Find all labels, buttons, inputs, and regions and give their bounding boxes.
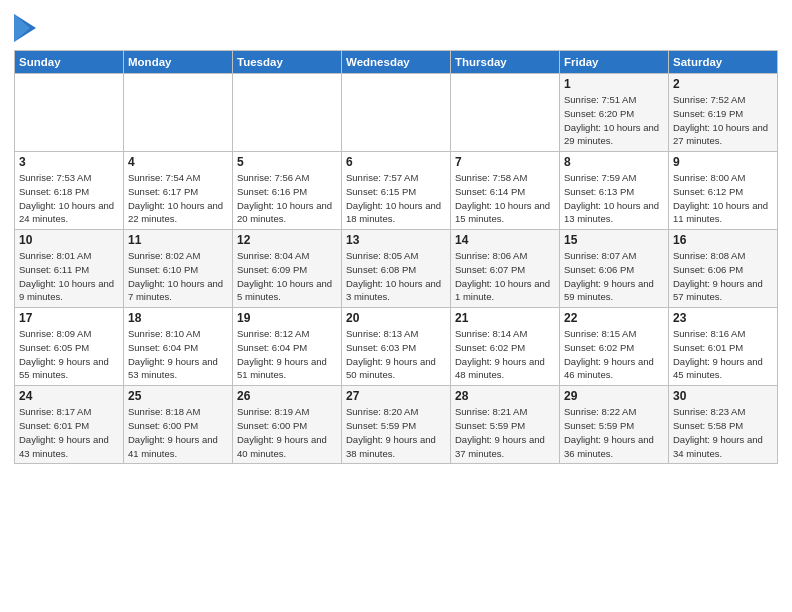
calendar-cell: 1Sunrise: 7:51 AM Sunset: 6:20 PM Daylig… bbox=[560, 74, 669, 152]
day-info: Sunrise: 8:09 AM Sunset: 6:05 PM Dayligh… bbox=[19, 327, 119, 382]
calendar-cell bbox=[451, 74, 560, 152]
day-number: 26 bbox=[237, 389, 337, 403]
day-info: Sunrise: 8:10 AM Sunset: 6:04 PM Dayligh… bbox=[128, 327, 228, 382]
day-info: Sunrise: 7:56 AM Sunset: 6:16 PM Dayligh… bbox=[237, 171, 337, 226]
day-info: Sunrise: 8:07 AM Sunset: 6:06 PM Dayligh… bbox=[564, 249, 664, 304]
calendar-week-4: 24Sunrise: 8:17 AM Sunset: 6:01 PM Dayli… bbox=[15, 386, 778, 464]
calendar-cell: 17Sunrise: 8:09 AM Sunset: 6:05 PM Dayli… bbox=[15, 308, 124, 386]
day-info: Sunrise: 8:19 AM Sunset: 6:00 PM Dayligh… bbox=[237, 405, 337, 460]
calendar-cell: 12Sunrise: 8:04 AM Sunset: 6:09 PM Dayli… bbox=[233, 230, 342, 308]
day-info: Sunrise: 8:06 AM Sunset: 6:07 PM Dayligh… bbox=[455, 249, 555, 304]
calendar-cell: 22Sunrise: 8:15 AM Sunset: 6:02 PM Dayli… bbox=[560, 308, 669, 386]
day-number: 10 bbox=[19, 233, 119, 247]
day-info: Sunrise: 8:05 AM Sunset: 6:08 PM Dayligh… bbox=[346, 249, 446, 304]
calendar-cell: 30Sunrise: 8:23 AM Sunset: 5:58 PM Dayli… bbox=[669, 386, 778, 464]
calendar-cell: 6Sunrise: 7:57 AM Sunset: 6:15 PM Daylig… bbox=[342, 152, 451, 230]
day-number: 11 bbox=[128, 233, 228, 247]
day-number: 28 bbox=[455, 389, 555, 403]
day-number: 5 bbox=[237, 155, 337, 169]
day-info: Sunrise: 8:00 AM Sunset: 6:12 PM Dayligh… bbox=[673, 171, 773, 226]
day-number: 21 bbox=[455, 311, 555, 325]
day-number: 22 bbox=[564, 311, 664, 325]
day-info: Sunrise: 7:53 AM Sunset: 6:18 PM Dayligh… bbox=[19, 171, 119, 226]
day-info: Sunrise: 7:52 AM Sunset: 6:19 PM Dayligh… bbox=[673, 93, 773, 148]
day-number: 25 bbox=[128, 389, 228, 403]
header bbox=[14, 10, 778, 42]
calendar-cell: 28Sunrise: 8:21 AM Sunset: 5:59 PM Dayli… bbox=[451, 386, 560, 464]
day-info: Sunrise: 8:21 AM Sunset: 5:59 PM Dayligh… bbox=[455, 405, 555, 460]
day-info: Sunrise: 8:02 AM Sunset: 6:10 PM Dayligh… bbox=[128, 249, 228, 304]
calendar-cell bbox=[124, 74, 233, 152]
day-info: Sunrise: 8:23 AM Sunset: 5:58 PM Dayligh… bbox=[673, 405, 773, 460]
day-number: 2 bbox=[673, 77, 773, 91]
calendar-cell: 19Sunrise: 8:12 AM Sunset: 6:04 PM Dayli… bbox=[233, 308, 342, 386]
day-number: 18 bbox=[128, 311, 228, 325]
col-header-friday: Friday bbox=[560, 51, 669, 74]
svg-marker-1 bbox=[14, 14, 30, 42]
calendar-week-0: 1Sunrise: 7:51 AM Sunset: 6:20 PM Daylig… bbox=[15, 74, 778, 152]
day-info: Sunrise: 8:18 AM Sunset: 6:00 PM Dayligh… bbox=[128, 405, 228, 460]
calendar-week-1: 3Sunrise: 7:53 AM Sunset: 6:18 PM Daylig… bbox=[15, 152, 778, 230]
logo bbox=[14, 14, 39, 42]
day-info: Sunrise: 8:08 AM Sunset: 6:06 PM Dayligh… bbox=[673, 249, 773, 304]
calendar-week-3: 17Sunrise: 8:09 AM Sunset: 6:05 PM Dayli… bbox=[15, 308, 778, 386]
day-number: 20 bbox=[346, 311, 446, 325]
calendar-cell: 9Sunrise: 8:00 AM Sunset: 6:12 PM Daylig… bbox=[669, 152, 778, 230]
calendar-cell: 27Sunrise: 8:20 AM Sunset: 5:59 PM Dayli… bbox=[342, 386, 451, 464]
col-header-tuesday: Tuesday bbox=[233, 51, 342, 74]
calendar-cell: 2Sunrise: 7:52 AM Sunset: 6:19 PM Daylig… bbox=[669, 74, 778, 152]
calendar-week-2: 10Sunrise: 8:01 AM Sunset: 6:11 PM Dayli… bbox=[15, 230, 778, 308]
calendar-header-row: SundayMondayTuesdayWednesdayThursdayFrid… bbox=[15, 51, 778, 74]
day-info: Sunrise: 8:04 AM Sunset: 6:09 PM Dayligh… bbox=[237, 249, 337, 304]
calendar-cell: 21Sunrise: 8:14 AM Sunset: 6:02 PM Dayli… bbox=[451, 308, 560, 386]
day-number: 15 bbox=[564, 233, 664, 247]
col-header-saturday: Saturday bbox=[669, 51, 778, 74]
day-info: Sunrise: 8:16 AM Sunset: 6:01 PM Dayligh… bbox=[673, 327, 773, 382]
main-container: SundayMondayTuesdayWednesdayThursdayFrid… bbox=[0, 0, 792, 472]
calendar-cell: 11Sunrise: 8:02 AM Sunset: 6:10 PM Dayli… bbox=[124, 230, 233, 308]
calendar-cell bbox=[342, 74, 451, 152]
day-number: 3 bbox=[19, 155, 119, 169]
day-info: Sunrise: 8:17 AM Sunset: 6:01 PM Dayligh… bbox=[19, 405, 119, 460]
calendar-cell: 18Sunrise: 8:10 AM Sunset: 6:04 PM Dayli… bbox=[124, 308, 233, 386]
day-info: Sunrise: 8:12 AM Sunset: 6:04 PM Dayligh… bbox=[237, 327, 337, 382]
day-info: Sunrise: 8:01 AM Sunset: 6:11 PM Dayligh… bbox=[19, 249, 119, 304]
calendar-cell: 13Sunrise: 8:05 AM Sunset: 6:08 PM Dayli… bbox=[342, 230, 451, 308]
calendar-cell: 20Sunrise: 8:13 AM Sunset: 6:03 PM Dayli… bbox=[342, 308, 451, 386]
day-info: Sunrise: 7:59 AM Sunset: 6:13 PM Dayligh… bbox=[564, 171, 664, 226]
day-number: 13 bbox=[346, 233, 446, 247]
calendar-cell: 3Sunrise: 7:53 AM Sunset: 6:18 PM Daylig… bbox=[15, 152, 124, 230]
calendar-cell: 24Sunrise: 8:17 AM Sunset: 6:01 PM Dayli… bbox=[15, 386, 124, 464]
day-number: 29 bbox=[564, 389, 664, 403]
day-number: 17 bbox=[19, 311, 119, 325]
day-number: 12 bbox=[237, 233, 337, 247]
day-number: 24 bbox=[19, 389, 119, 403]
calendar-cell: 25Sunrise: 8:18 AM Sunset: 6:00 PM Dayli… bbox=[124, 386, 233, 464]
day-info: Sunrise: 7:58 AM Sunset: 6:14 PM Dayligh… bbox=[455, 171, 555, 226]
day-number: 19 bbox=[237, 311, 337, 325]
day-number: 14 bbox=[455, 233, 555, 247]
day-number: 4 bbox=[128, 155, 228, 169]
day-info: Sunrise: 8:13 AM Sunset: 6:03 PM Dayligh… bbox=[346, 327, 446, 382]
day-info: Sunrise: 8:20 AM Sunset: 5:59 PM Dayligh… bbox=[346, 405, 446, 460]
calendar-cell: 10Sunrise: 8:01 AM Sunset: 6:11 PM Dayli… bbox=[15, 230, 124, 308]
day-number: 23 bbox=[673, 311, 773, 325]
day-number: 9 bbox=[673, 155, 773, 169]
calendar-cell: 5Sunrise: 7:56 AM Sunset: 6:16 PM Daylig… bbox=[233, 152, 342, 230]
day-info: Sunrise: 8:15 AM Sunset: 6:02 PM Dayligh… bbox=[564, 327, 664, 382]
logo-icon bbox=[14, 14, 36, 42]
day-number: 6 bbox=[346, 155, 446, 169]
col-header-thursday: Thursday bbox=[451, 51, 560, 74]
day-number: 7 bbox=[455, 155, 555, 169]
col-header-monday: Monday bbox=[124, 51, 233, 74]
calendar-cell: 29Sunrise: 8:22 AM Sunset: 5:59 PM Dayli… bbox=[560, 386, 669, 464]
day-info: Sunrise: 7:57 AM Sunset: 6:15 PM Dayligh… bbox=[346, 171, 446, 226]
calendar-cell: 23Sunrise: 8:16 AM Sunset: 6:01 PM Dayli… bbox=[669, 308, 778, 386]
calendar-cell: 7Sunrise: 7:58 AM Sunset: 6:14 PM Daylig… bbox=[451, 152, 560, 230]
day-number: 27 bbox=[346, 389, 446, 403]
day-info: Sunrise: 8:14 AM Sunset: 6:02 PM Dayligh… bbox=[455, 327, 555, 382]
day-number: 1 bbox=[564, 77, 664, 91]
calendar-cell: 15Sunrise: 8:07 AM Sunset: 6:06 PM Dayli… bbox=[560, 230, 669, 308]
day-number: 30 bbox=[673, 389, 773, 403]
calendar-cell: 26Sunrise: 8:19 AM Sunset: 6:00 PM Dayli… bbox=[233, 386, 342, 464]
